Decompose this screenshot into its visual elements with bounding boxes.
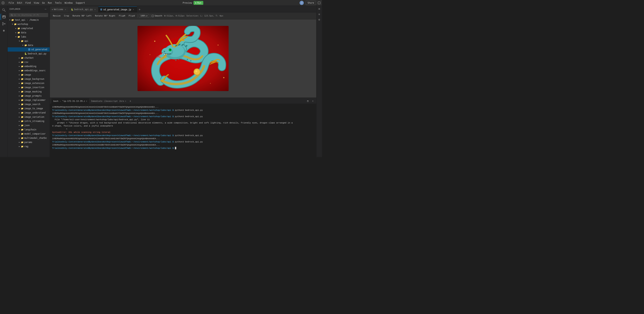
tree-rag[interactable]: ▶ 📁 rag [8, 144, 50, 149]
tree-params[interactable]: ▶ 📁 params [8, 140, 50, 144]
rotate-left-button[interactable]: Rotate 90° Left [71, 14, 93, 18]
menu-run[interactable]: Run [46, 1, 53, 4]
run-button[interactable]: ▶ Run [194, 1, 203, 5]
right-panel-settings-button[interactable]: ⚙ [317, 17, 322, 22]
tab-add-button[interactable]: + [137, 6, 142, 12]
menu-tools[interactable]: Tools [54, 1, 63, 4]
terminal-tab-immediate-close[interactable]: × [125, 100, 126, 102]
terminal-content[interactable]: iVBORw0KGgoAAAANSUhEUgAAAAIACAAAAIAIAAAB… [50, 104, 316, 157]
menu-file[interactable]: File [7, 1, 15, 4]
root-arrow: ▼ [8, 18, 11, 21]
menu-find[interactable]: Find [24, 1, 32, 4]
tab-welcome-icon: ≡ [52, 8, 53, 10]
tree-image-extension[interactable]: ▶ 📁 image_extension [8, 81, 50, 85]
menu-edit[interactable]: Edit [16, 1, 24, 4]
smooth-checkbox-container[interactable]: Smooth [152, 14, 162, 17]
tree-intro-streaming[interactable]: ▶ 📁 intro_streaming [8, 119, 50, 123]
preview-button[interactable]: Preview [183, 1, 192, 4]
svg-point-26 [187, 59, 188, 60]
tree-sd-generated[interactable]: ▶ 🖼 sd_generated [8, 47, 50, 51]
activity-explorer[interactable] [0, 13, 7, 20]
menu-window[interactable]: Window [63, 1, 74, 4]
terminal-tab-bash[interactable]: bash - "ip-172-31-13-39.c × [52, 98, 89, 104]
titlebar-menu: File Edit Find View Go Run Tools Window … [7, 1, 86, 4]
menu-go[interactable]: Go [41, 1, 46, 4]
tree-model-comparisor[interactable]: ▶ 📁 model_comparisor [8, 132, 50, 136]
zoom-value: 100% [140, 14, 146, 17]
tree-image-variation[interactable]: ▶ 📁 image_variation [8, 115, 50, 119]
tree-image-replacemer[interactable]: ▶ 📁 image_replacemer [8, 98, 50, 102]
terminal-tab-immediate[interactable]: Immediate (Javascript (bro × [89, 98, 128, 104]
activity-source-control[interactable] [0, 20, 7, 27]
tab-bedrock-label: bedrock_api.py [74, 8, 93, 11]
svg-point-22 [164, 51, 165, 52]
tab-sd-icon: 🖼 [100, 8, 102, 10]
tree-image-to-image[interactable]: ▶ 📁 image_to_image [8, 106, 50, 111]
tree-multimodal-chatbc[interactable]: ▶ 📁 multimodal_chatbc [8, 136, 50, 140]
titlebar-left: File Edit Find View Go Run Tools Window … [2, 1, 86, 4]
smooth-checkbox[interactable] [152, 15, 154, 17]
terminal-add-button[interactable]: + [128, 98, 133, 104]
tree-langchain[interactable]: ▶ 📁 langchain [8, 127, 50, 132]
terminal-maximize-button[interactable]: ⬒ [306, 99, 310, 103]
flipv-button[interactable]: FlipV [127, 14, 136, 18]
svg-point-27 [190, 60, 192, 61]
maximize-icon[interactable] [318, 1, 320, 4]
tree-completed[interactable]: ▶ 📁 completed [8, 26, 50, 30]
search-icon [11, 14, 13, 16]
tree-image-prompts[interactable]: ▶ 📁 image_prompts [8, 94, 50, 98]
tree-data-l4[interactable]: ▼ 📁 data [8, 43, 50, 47]
tree-embeddings-searc[interactable]: ▶ 📁 embeddings_searc [8, 68, 50, 73]
tree-root[interactable]: ▼ 📁 test_api - /home/e [8, 18, 50, 22]
crop-button[interactable]: Crop [62, 14, 71, 18]
tree-image-background[interactable]: ▶ 📁 image_backgroun [8, 77, 50, 81]
right-panel-lines-button[interactable]: ≡ [317, 12, 322, 16]
fliph-button[interactable]: FlipH [117, 14, 127, 18]
data-l2-label: data [21, 31, 26, 34]
bedrock-label: bedrock_api.py [28, 52, 46, 55]
svg-rect-6 [3, 16, 4, 16]
tree-bedrock-api[interactable]: ▶ 🐍 bedrock_api.py [8, 51, 50, 56]
tree-embedding[interactable]: ▶ 📁 embedding [8, 64, 50, 68]
tree-image-masking[interactable]: ▶ 📁 image_masking [8, 89, 50, 94]
right-panel-layout-button[interactable]: ⊞ [317, 6, 322, 11]
tab-bedrock-close[interactable]: × [94, 8, 96, 11]
tree-json[interactable]: ▶ 📁 json [8, 123, 50, 127]
api-folder-icon: 📁 [21, 39, 24, 42]
avatar: J [300, 1, 304, 5]
share-button[interactable]: Share [306, 1, 316, 5]
tab-sd-label: sd_generated_image.jp [103, 8, 131, 11]
tree-data-l2[interactable]: ▶ 📁 data [8, 30, 50, 35]
sidebar-header: Explorer ⋯ [8, 6, 50, 12]
zoom-control[interactable]: 100% [139, 14, 149, 18]
tab-welcome[interactable]: ≡ Welcome × [50, 6, 69, 12]
sidebar-menu-button[interactable]: ⋯ [44, 7, 48, 11]
resize-button[interactable]: Resize [52, 14, 62, 18]
tree-workshop[interactable]: ▼ 📁 workshop [8, 22, 50, 26]
terminal-close-button[interactable]: × [311, 99, 315, 103]
tab-bar: ≡ Welcome × 🐍 bedrock_api.py × 🖼 sd_gene… [50, 6, 316, 12]
tree-api[interactable]: ▼ 📁 api [8, 39, 50, 43]
sidebar-search[interactable]: Go to Anything (⌘ P) [9, 13, 48, 17]
run-label: Run [197, 1, 201, 4]
root-folder-icon: 📁 [11, 18, 14, 21]
activity-search[interactable] [0, 7, 7, 13]
tab-sd-generated[interactable]: 🖼 sd_generated_image.jp × [98, 6, 137, 12]
tab-bedrock[interactable]: 🐍 bedrock_api.py × [69, 6, 98, 12]
tree-image[interactable]: ▶ 📁 image [8, 73, 50, 77]
rotate-right-button[interactable]: Rotate 90° Right [94, 14, 117, 18]
tab-welcome-close[interactable]: × [64, 8, 67, 11]
tree-chatbot[interactable]: ▶ 📁 chatbot [8, 56, 50, 60]
menu-support[interactable]: Support [74, 1, 86, 4]
tree-image-understand[interactable]: ▶ 📁 image_understand [8, 111, 50, 115]
tree-labs[interactable]: ▼ 📁 labs [8, 35, 50, 39]
svg-point-34 [223, 77, 224, 78]
tree-csv[interactable]: ▶ 📁 csv [8, 60, 50, 64]
tree-image-insertion[interactable]: ▶ 📁 image_insertion [8, 85, 50, 89]
image-viewer[interactable] [50, 19, 316, 98]
tree-image-search[interactable]: ▶ 📁 image_search [8, 102, 50, 106]
menu-view[interactable]: View [32, 1, 40, 4]
terminal-tab-bash-close[interactable]: × [86, 100, 87, 102]
activity-aws[interactable] [0, 27, 7, 34]
tab-sd-close[interactable]: × [132, 8, 135, 11]
